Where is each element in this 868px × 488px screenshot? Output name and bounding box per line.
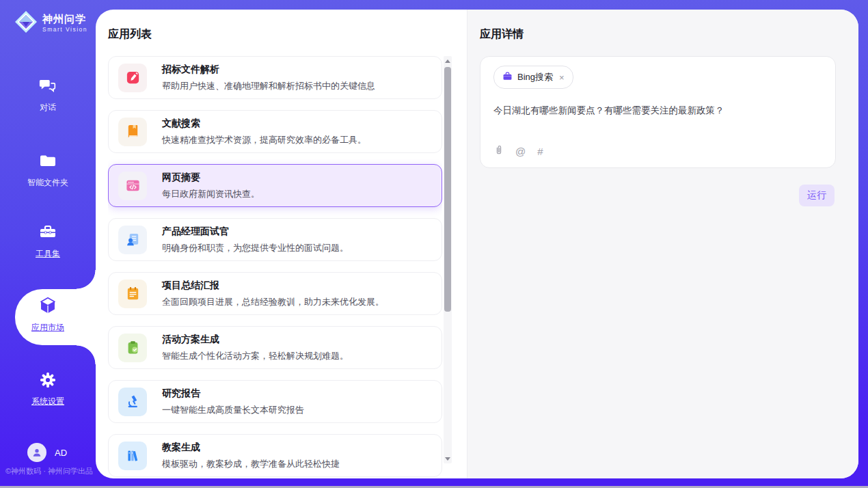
app-logo: 神州问学 Smart Vision (14, 10, 87, 37)
app-card-tender-parse[interactable]: 招标文件解析 帮助用户快速、准确地理解和解析招标书中的关键信息 (108, 56, 442, 99)
active-nav-notch-bottom (77, 345, 96, 364)
app-list-title: 应用列表 (108, 27, 152, 42)
app-desc: 智能生成个性化活动方案，轻松解决规划难题。 (162, 350, 349, 362)
logo-title: 神州问学 (42, 14, 87, 24)
app-card-web-summary[interactable]: 网页摘要 每日政府新闻资讯快查。 (108, 164, 442, 207)
sidebar-item-chat[interactable]: 对话 (0, 77, 96, 113)
content-shell: 应用列表 招标文件解析 帮助用户快速、准确地理解和解析招标书中的关键信息 (96, 10, 858, 478)
app-title: 项目总结汇报 (162, 280, 384, 292)
hashtag-icon[interactable]: # (537, 146, 543, 157)
app-title: 网页摘要 (162, 172, 260, 184)
logo-diamond-icon (14, 10, 38, 37)
copyright-footer: ©神州数码 · 神州问学出品 (5, 466, 93, 476)
app-desc: 快速精准查找学术资源，提高研究效率的必备工具。 (162, 134, 366, 146)
sidebar-item-label: 应用市场 (31, 322, 64, 334)
sidebar-item-label: 对话 (40, 102, 56, 113)
app-detail-title: 应用详情 (480, 27, 524, 42)
sidebar-item-settings[interactable]: 系统设置 (0, 370, 96, 407)
chat-icon (38, 86, 57, 98)
sidebar: 神州问学 Smart Vision 对话 智能文件夹 (0, 0, 96, 488)
sidebar-item-label: 工具集 (36, 248, 60, 260)
app-title: 研究报告 (162, 388, 304, 400)
tool-tag-label: Bing搜索 (517, 71, 553, 83)
app-title: 产品经理面试官 (162, 226, 349, 238)
user-label: AD (55, 448, 67, 458)
folder-icon (38, 161, 57, 173)
app-card-research-report[interactable]: 研究报告 一键智能生成高质量长文本研究报告 (108, 380, 442, 423)
query-text[interactable]: 今日湖北有哪些新闻要点？有哪些需要关注的最新政策？ (493, 105, 822, 117)
user-account[interactable]: AD (27, 443, 67, 462)
cube-icon (38, 306, 58, 318)
toolbox-icon (38, 232, 57, 244)
logo-subtitle: Smart Vision (42, 27, 87, 33)
app-card-literature-search[interactable]: 文献搜索 快速精准查找学术资源，提高研究效率的必备工具。 (108, 110, 442, 153)
app-title: 活动方案生成 (162, 334, 349, 346)
scrollbar-thumb[interactable] (444, 67, 451, 312)
app-card-pm-interviewer[interactable]: 产品经理面试官 明确身份和职责，为您提供专业性的面试问题。 (108, 218, 442, 261)
gear-icon (38, 380, 57, 392)
app-card-project-summary[interactable]: 项目总结汇报 全面回顾项目进展，总结经验教训，助力未来优化发展。 (108, 272, 442, 315)
app-title: 教案生成 (162, 442, 340, 454)
web-summary-icon (118, 172, 147, 200)
list-scrollbar[interactable] (444, 56, 452, 463)
app-card-lesson-plan[interactable]: 教案生成 模板驱动，教案秒成，教学准备从此轻松快捷 (108, 434, 442, 477)
book-icon (118, 118, 147, 146)
sidebar-item-label: 智能文件夹 (27, 177, 68, 189)
app-title: 招标文件解析 (162, 64, 375, 76)
sidebar-item-label: 系统设置 (31, 396, 64, 407)
attachment-icon[interactable] (494, 144, 504, 159)
app-desc: 模板驱动，教案秒成，教学准备从此轻松快捷 (162, 458, 340, 470)
interviewer-icon (118, 226, 147, 254)
app-list: 招标文件解析 帮助用户快速、准确地理解和解析招标书中的关键信息 文献搜索 快速精… (108, 56, 442, 478)
app-list-panel: 应用列表 招标文件解析 帮助用户快速、准确地理解和解析招标书中的关键信息 (96, 10, 467, 478)
app-desc: 一键智能生成高质量长文本研究报告 (162, 404, 304, 416)
sidebar-item-app-market[interactable]: 应用市场 (0, 295, 96, 334)
app-desc: 帮助用户快速、准确地理解和解析招标书中的关键信息 (162, 80, 375, 92)
clipboard-check-icon (118, 334, 147, 362)
composer-toolbar: @ # (494, 144, 543, 159)
active-nav-notch-top (77, 270, 96, 289)
app-desc: 明确身份和职责，为您提供专业性的面试问题。 (162, 242, 349, 254)
sidebar-item-smart-folder[interactable]: 智能文件夹 (0, 152, 96, 189)
prompt-card[interactable]: Bing搜索 × 今日湖北有哪些新闻要点？有哪些需要关注的最新政策？ @ # (480, 56, 836, 168)
lesson-books-icon (118, 442, 147, 470)
scrollbar-down-arrow[interactable] (444, 454, 452, 463)
research-icon (118, 388, 147, 416)
briefcase-icon (502, 71, 513, 84)
app-detail-panel: 应用详情 Bing搜索 × 今日湖北有哪些新闻要点？有哪些需要关注的最新政策？ (467, 10, 858, 478)
tag-close-icon[interactable]: × (559, 73, 565, 82)
tender-parse-icon (118, 64, 147, 92)
app-title: 文献搜索 (162, 118, 366, 130)
app-desc: 全面回顾项目进展，总结经验教训，助力未来优化发展。 (162, 296, 384, 308)
scrollbar-up-arrow[interactable] (444, 56, 452, 66)
tool-tag-bing-search[interactable]: Bing搜索 × (493, 66, 573, 89)
summary-note-icon (118, 280, 147, 308)
sidebar-item-toolset[interactable]: 工具集 (0, 223, 96, 260)
mention-icon[interactable]: @ (515, 146, 526, 157)
app-desc: 每日政府新闻资讯快查。 (162, 188, 260, 200)
run-button[interactable]: 运行 (799, 185, 835, 206)
app-card-event-plan[interactable]: 活动方案生成 智能生成个性化活动方案，轻松解决规划难题。 (108, 326, 442, 369)
person-icon (31, 447, 42, 458)
avatar (27, 443, 46, 462)
